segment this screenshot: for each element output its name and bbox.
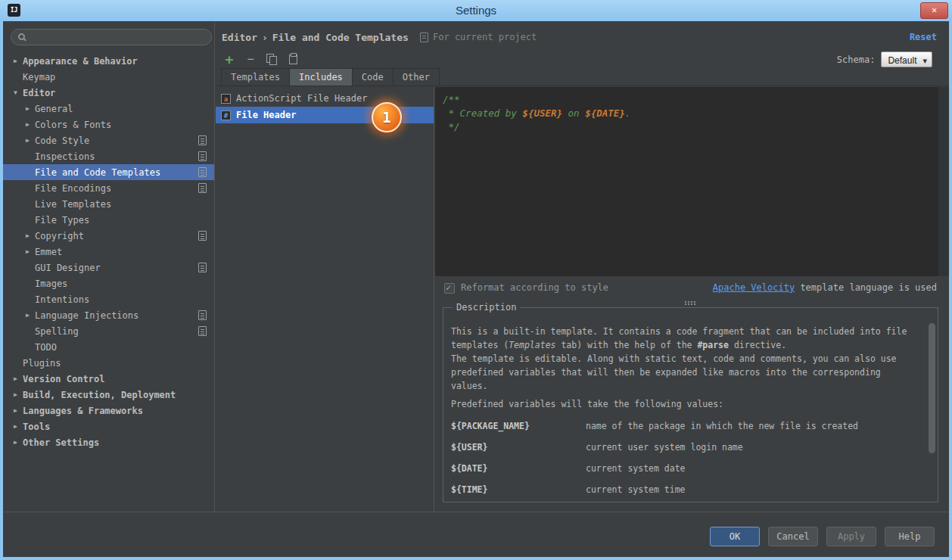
search-icon	[18, 33, 25, 40]
search-box[interactable]	[11, 29, 212, 45]
reset-template-button[interactable]	[284, 51, 302, 67]
description-scrollbar-thumb[interactable]	[929, 323, 935, 453]
chevron-down-icon[interactable]	[14, 89, 23, 96]
search-input[interactable]	[31, 30, 205, 44]
add-template-button[interactable]	[220, 51, 238, 67]
chevron-right-icon[interactable]	[14, 375, 23, 382]
sidebar-item-intentions[interactable]: Intentions	[3, 291, 214, 307]
sidebar-item-copyright[interactable]: Copyright	[3, 228, 214, 244]
plus-icon	[226, 51, 234, 67]
variable-value: current user system login name	[586, 437, 743, 458]
sidebar-item-languages-frameworks[interactable]: Languages & Frameworks	[3, 403, 214, 418]
per-project-settings-icon	[198, 326, 207, 336]
apache-velocity-link[interactable]: Apache Velocity	[713, 282, 795, 293]
reformat-row: Reformat according to style Apache Veloc…	[435, 276, 949, 300]
sidebar-item-spelling[interactable]: Spelling	[3, 323, 214, 339]
chevron-right-icon[interactable]	[14, 439, 23, 446]
sidebar-item-emmet[interactable]: Emmet	[3, 244, 214, 260]
breadcrumb: Editor›File and Code Templates	[222, 32, 409, 43]
tab-includes[interactable]: Includes	[289, 68, 353, 86]
code-line-2: * Created by ${USER} on ${DATE}.	[443, 107, 949, 120]
sidebar-item-colors-fonts[interactable]: Colors & Fonts	[3, 117, 214, 132]
chevron-right-icon[interactable]	[26, 137, 35, 144]
chevron-right-icon[interactable]	[26, 232, 35, 239]
variable-row: ${USER}current user system login name	[451, 437, 918, 458]
reset-link[interactable]: Reset	[910, 32, 937, 42]
schema-dropdown[interactable]: Default	[881, 51, 932, 67]
template-variable-user: ${USER}	[522, 107, 562, 119]
reformat-label: Reformat according to style	[461, 282, 608, 293]
sidebar-item-file-encodings[interactable]: File Encodings	[3, 180, 214, 196]
variable-name: ${USER}	[451, 437, 586, 458]
variable-name: ${DATE}	[451, 458, 586, 479]
variable-row: ${DATE}current system date	[451, 458, 918, 479]
tab-code[interactable]: Code	[352, 68, 394, 86]
chevron-right-icon[interactable]	[14, 58, 23, 64]
editor-scrollbar-track[interactable]	[938, 87, 949, 276]
copy-template-button[interactable]	[263, 51, 281, 67]
sidebar-item-general[interactable]: General	[3, 101, 214, 117]
list-item-actionscript-file-header[interactable]: a ActionScript File Header	[216, 90, 434, 107]
titlebar: IJ Settings	[0, 0, 952, 21]
reformat-checkbox[interactable]	[444, 283, 455, 294]
close-button[interactable]	[920, 2, 948, 19]
variable-value: current system date	[586, 458, 686, 479]
chevron-right-icon[interactable]	[26, 121, 35, 128]
variable-value: current system time	[586, 479, 686, 497]
sidebar-item-version-control[interactable]: Version Control	[3, 371, 214, 387]
help-button[interactable]: Help	[885, 527, 935, 546]
sidebar-item-other-settings[interactable]: Other Settings	[3, 434, 214, 450]
scope-note: For current project	[420, 32, 537, 42]
sidebar-item-plugins[interactable]: Plugins	[3, 355, 214, 371]
chevron-right-icon[interactable]	[14, 423, 23, 430]
include-template-icon: #	[221, 110, 231, 120]
chevron-right-icon[interactable]	[26, 105, 35, 112]
sidebar-item-gui-designer[interactable]: GUI Designer	[3, 260, 214, 275]
tab-templates[interactable]: Templates	[221, 68, 290, 86]
sidebar-item-todo[interactable]: TODO	[3, 339, 214, 355]
tab-other[interactable]: Other	[393, 68, 440, 86]
variable-name: ${PACKAGE_NAME}	[451, 415, 586, 437]
sidebar-item-appearance-behavior[interactable]: Appearance & Behavior	[3, 53, 214, 69]
sidebar-item-keymap[interactable]: Keymap	[3, 69, 214, 85]
ok-button[interactable]: OK	[710, 527, 760, 546]
description-title: Description	[453, 302, 520, 313]
description-text: This is a built-in template. It contains…	[451, 325, 918, 497]
breadcrumb-editor[interactable]: Editor	[222, 32, 257, 43]
main-panel: Editor›File and Code Templates For curre…	[216, 21, 949, 512]
settings-sidebar: Appearance & Behavior Keymap Editor Gene…	[3, 21, 215, 557]
sidebar-item-file-types[interactable]: File Types	[3, 212, 214, 228]
actionscript-file-icon: a	[221, 94, 231, 104]
apply-button[interactable]: Apply	[826, 527, 876, 546]
chevron-right-icon[interactable]	[26, 248, 35, 255]
sidebar-item-language-injections[interactable]: Language Injections	[3, 307, 214, 323]
sidebar-item-editor[interactable]: Editor	[3, 85, 214, 101]
chevron-right-icon[interactable]	[26, 312, 35, 319]
template-editor[interactable]: /** * Created by ${USER} on ${DATE}. */	[435, 87, 949, 276]
sidebar-item-tools[interactable]: Tools	[3, 418, 214, 434]
sidebar-item-code-style[interactable]: Code Style	[3, 132, 214, 148]
cancel-button[interactable]: Cancel	[768, 527, 818, 546]
splitter-grip[interactable]	[685, 301, 686, 303]
sidebar-item-live-templates[interactable]: Live Templates	[3, 196, 214, 212]
window-title: Settings	[0, 4, 952, 17]
chevron-right-icon[interactable]	[14, 407, 23, 414]
per-project-settings-icon	[198, 183, 207, 193]
sidebar-item-file-and-code-templates[interactable]: File and Code Templates	[3, 164, 214, 180]
per-project-settings-icon	[198, 167, 207, 177]
dropdown-arrow-icon	[922, 55, 927, 66]
remove-template-button[interactable]	[241, 51, 260, 67]
sidebar-item-inspections[interactable]: Inspections	[3, 148, 214, 164]
scope-label: For current project	[433, 32, 537, 42]
description-panel: Description This is a built-in template.…	[443, 307, 938, 502]
per-project-settings-icon	[198, 310, 207, 320]
chevron-right-icon[interactable]	[14, 391, 23, 398]
schema-control: Schema: Default	[837, 51, 932, 67]
footer-bar: OK Cancel Apply Help	[3, 512, 949, 557]
per-project-settings-icon	[198, 231, 207, 241]
description-paragraph-3: Predefined variables will take the follo…	[451, 397, 918, 411]
sidebar-item-build-execution-deployment[interactable]: Build, Execution, Deployment	[3, 387, 214, 403]
template-variable-date: ${DATE}	[585, 107, 625, 119]
sidebar-item-images[interactable]: Images	[3, 275, 214, 291]
breadcrumb-separator: ›	[257, 32, 272, 43]
